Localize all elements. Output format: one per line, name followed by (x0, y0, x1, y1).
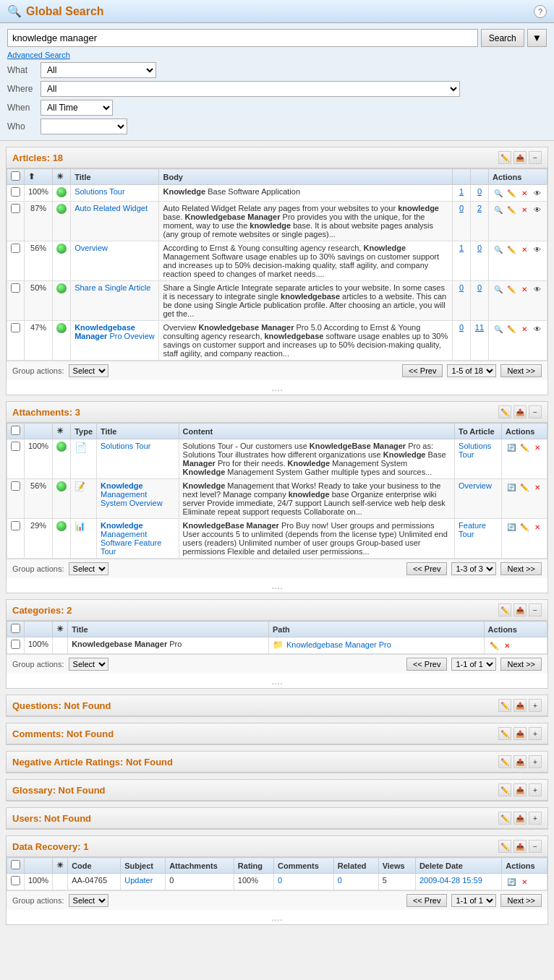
search-dropdown-button[interactable]: ▼ (527, 29, 547, 47)
article-link[interactable]: Share a Single Article (74, 283, 150, 292)
data-recovery-group-actions-select[interactable]: Select (69, 894, 108, 907)
data-recovery-prev-btn[interactable]: << Prev (406, 894, 448, 907)
attachments-page-select[interactable]: 1-3 of 3 (451, 562, 496, 575)
categories-export-icon[interactable]: 📤 (513, 603, 527, 616)
attachment-link[interactable]: Knowledge Management Software Feature To… (101, 521, 161, 556)
zoom-icon[interactable]: 🔍 (493, 323, 504, 335)
attachments-export-icon[interactable]: 📤 (513, 405, 527, 418)
view-icon[interactable]: 👁 (532, 244, 543, 255)
row-checkbox[interactable] (11, 640, 20, 649)
categories-edit-icon[interactable]: ✏️ (498, 603, 511, 616)
edit-icon[interactable]: ✏️ (506, 323, 517, 335)
row-col2[interactable]: 0 (470, 241, 488, 281)
row-checkbox[interactable] (11, 876, 20, 885)
row-checkbox[interactable] (11, 283, 20, 293)
neg-ratings-add-icon[interactable]: + (529, 755, 542, 768)
article-link[interactable]: Auto Related Widget (74, 204, 148, 212)
attachment-link[interactable]: Solutions Tour (101, 442, 151, 450)
comments-link[interactable]: 0 (278, 876, 282, 885)
refresh-icon[interactable]: 🔄 (506, 481, 517, 493)
row-col2[interactable]: 0 (470, 281, 488, 321)
comments-add-icon[interactable]: + (529, 727, 542, 740)
users-export-icon[interactable]: 📤 (513, 812, 527, 825)
delete-icon[interactable]: ✕ (519, 283, 530, 295)
categories-collapse-icon[interactable]: − (529, 603, 542, 616)
neg-ratings-edit-icon[interactable]: ✏️ (498, 755, 511, 768)
row-col1[interactable]: 1 (452, 241, 470, 281)
article-link[interactable]: Overview (74, 244, 108, 252)
row-checkbox[interactable] (11, 187, 20, 197)
articles-next-btn[interactable]: Next >> (500, 364, 542, 377)
view-icon[interactable]: 👁 (532, 204, 543, 215)
row-col2[interactable]: 0 (470, 185, 488, 202)
row-col1[interactable]: 0 (452, 202, 470, 241)
edit-icon[interactable]: ✏️ (506, 283, 517, 295)
delete-date-link[interactable]: 2009-04-28 15:59 (419, 876, 482, 885)
articles-group-actions-select[interactable]: Select (69, 364, 108, 377)
delete-icon[interactable]: ✕ (519, 204, 530, 215)
articles-select-all[interactable] (11, 171, 20, 181)
where-select[interactable]: All (41, 81, 460, 97)
neg-ratings-export-icon[interactable]: 📤 (513, 755, 527, 768)
articles-collapse-icon[interactable]: − (529, 151, 542, 164)
users-add-icon[interactable]: + (529, 812, 542, 825)
to-article-link[interactable]: Solutions Tour (459, 442, 491, 459)
delete-icon[interactable]: ✕ (501, 640, 513, 651)
help-button[interactable]: ? (534, 5, 547, 18)
advanced-search-link[interactable]: Advanced Search (7, 51, 70, 59)
delete-icon[interactable]: ✕ (532, 481, 543, 493)
edit-icon[interactable]: ✏️ (519, 521, 530, 533)
row-col2[interactable]: 11 (470, 321, 488, 361)
article-link[interactable]: Knowledgebase Manager Pro Oveview (74, 323, 155, 340)
row-checkbox[interactable] (11, 442, 20, 451)
questions-export-icon[interactable]: 📤 (513, 699, 527, 712)
data-recovery-next-btn[interactable]: Next >> (500, 894, 542, 907)
attachments-edit-icon[interactable]: ✏️ (498, 405, 511, 418)
delete-icon[interactable]: ✕ (532, 521, 543, 533)
delete-icon[interactable]: ✕ (532, 442, 543, 453)
questions-edit-icon[interactable]: ✏️ (498, 699, 511, 712)
data-recovery-edit-icon[interactable]: ✏️ (498, 840, 511, 853)
edit-icon[interactable]: ✏️ (506, 204, 517, 215)
article-link[interactable]: Solutions Tour (74, 187, 125, 196)
users-edit-icon[interactable]: ✏️ (498, 812, 511, 825)
view-icon[interactable]: 👁 (532, 187, 543, 199)
row-checkbox[interactable] (11, 521, 20, 530)
zoom-icon[interactable]: 🔍 (493, 283, 504, 295)
questions-add-icon[interactable]: + (529, 699, 542, 712)
to-article-link[interactable]: Overview (459, 481, 492, 490)
zoom-icon[interactable]: 🔍 (493, 187, 504, 199)
categories-select-all[interactable] (11, 624, 20, 633)
delete-icon[interactable]: ✕ (519, 876, 530, 887)
categories-page-select[interactable]: 1-1 of 1 (451, 658, 496, 671)
glossary-edit-icon[interactable]: ✏️ (498, 783, 511, 796)
attachments-next-btn[interactable]: Next >> (500, 562, 542, 575)
search-button[interactable]: Search (481, 29, 524, 47)
attachments-collapse-icon[interactable]: − (529, 405, 542, 418)
categories-prev-btn[interactable]: << Prev (406, 658, 448, 671)
articles-prev-btn[interactable]: << Prev (402, 364, 443, 377)
who-select[interactable] (41, 119, 127, 134)
comments-edit-icon[interactable]: ✏️ (498, 727, 511, 740)
row-checkbox[interactable] (11, 204, 20, 213)
subject-link[interactable]: Updater (124, 876, 153, 885)
attachment-link[interactable]: Knowledge Management System Overview (101, 481, 163, 507)
delete-icon[interactable]: ✕ (519, 187, 530, 199)
delete-icon[interactable]: ✕ (519, 323, 530, 335)
edit-icon[interactable]: ✏️ (519, 481, 530, 493)
restore-icon[interactable]: 🔄 (506, 876, 517, 887)
row-col2[interactable]: 2 (470, 202, 488, 241)
attachments-select-all[interactable] (11, 426, 20, 435)
delete-icon[interactable]: ✕ (519, 244, 530, 255)
glossary-export-icon[interactable]: 📤 (513, 783, 527, 796)
articles-page-select[interactable]: 1-5 of 18 (447, 364, 496, 377)
edit-icon[interactable]: ✏️ (506, 244, 517, 255)
zoom-icon[interactable]: 🔍 (493, 204, 504, 215)
edit-icon[interactable]: ✏️ (519, 442, 530, 453)
data-recovery-collapse-icon[interactable]: − (529, 840, 542, 853)
search-input[interactable] (7, 29, 478, 47)
refresh-icon[interactable]: 🔄 (506, 521, 517, 533)
row-col1[interactable]: 0 (452, 281, 470, 321)
row-col1[interactable]: 1 (452, 185, 470, 202)
when-select[interactable]: All Time (41, 100, 113, 116)
